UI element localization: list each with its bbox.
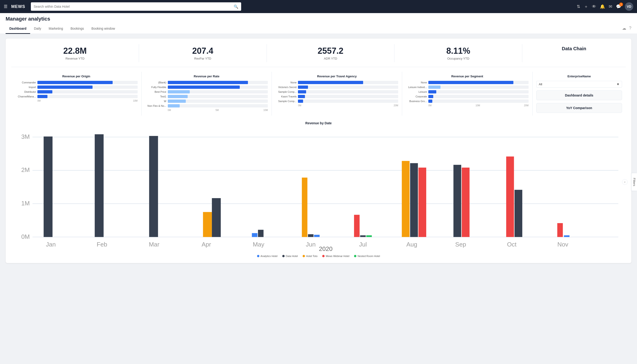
bell-icon[interactable]: 🔔 [600,4,605,9]
hbar-label: None [406,81,427,84]
hbar-track [428,100,528,103]
hbar-track [38,81,138,84]
svg-rect-16 [308,234,314,237]
svg-rect-18 [354,215,360,237]
hbar-label: Fully Flexible [145,86,166,88]
sort-icon[interactable]: ⇅ [577,4,580,9]
chart-segment: Revenue per Segment None Leisure Individ… [402,72,532,116]
dashboard-card: 22.8M Revenue YTD 207.4 RevPar YTD 2557.… [6,38,632,263]
hbar-track [428,86,528,89]
charts-row: Revenue per Origin Commander Import Dist… [11,72,626,116]
eye-icon[interactable]: 👁 [592,4,596,9]
occupancy-value: 8.11% [398,46,518,56]
search-input[interactable] [34,5,234,8]
kpi-chain: Data Chain [522,44,626,62]
filters-tab[interactable]: Filters [632,173,637,191]
revenue-label: Revenue YTD [15,57,135,60]
svg-rect-9 [95,134,104,237]
hbar-track [428,95,528,98]
revenue-value: 22.8M [15,46,135,56]
hbar-label: Import [15,86,36,88]
svg-rect-11 [212,198,221,237]
hbar-label: Sample Comp... [276,90,296,93]
hbar-rate: (Blank) Fully Flexible Best Price Test1 [145,81,268,112]
hbar-row: Sample Comp... [276,90,398,94]
svg-text:Sep: Sep [455,241,466,248]
hbar-track [298,95,398,98]
hbar-label: Non Flex & No... [145,104,166,107]
hbar-row: Victoria's Secret [276,86,398,89]
revpar-label: RevPar YTD [143,57,263,60]
svg-text:3M: 3M [21,133,30,140]
legend-label-toto: Hotel Toto [306,255,318,258]
hbar-track [298,100,398,103]
search-bar[interactable]: 🔍 [31,2,241,11]
legend-label-nested: Nested Room Hotel [358,255,380,258]
hbar-label: None [276,81,296,84]
hbar-row: Sample Comp... [276,100,398,103]
tab-daily[interactable]: Daily [30,25,45,34]
hbar-axis: 0M5M10M [145,109,268,112]
legend-nested-hotel: Nested Room Hotel [354,255,380,258]
search-icon: 🔍 [234,4,238,9]
hbar-row: Best Price [145,90,268,94]
adr-label: ADR YTD [270,57,391,60]
legend-dot-nested [354,255,356,257]
hbar-segment: None Leisure Individ... Leisure Corporat… [406,81,528,107]
mail-icon[interactable]: ✉ [609,4,612,9]
hbar-agency: None Victoria's Secret Sample Comp... Ka… [276,81,398,107]
top-navigation: ☰ MEWS 🔍 ⇅ ＋ 👁 🔔 ✉ 💬 2 VD [0,0,637,13]
hbar-track [168,95,268,98]
svg-rect-24 [453,165,461,237]
tab-marketing[interactable]: Marketing [45,25,66,34]
revenue-by-date: Revenue by Date 3M 2M 1M 0M [11,121,626,258]
yoy-comparison-button[interactable]: YoY Comparison [536,103,622,113]
svg-rect-22 [410,163,418,237]
hbar-row: Leisure [406,90,528,94]
hbar-label: Sample Comp... [276,100,296,102]
revenue-title: Revenue by Date [13,121,624,125]
tab-dashboard[interactable]: Dashboard [6,25,30,34]
hbar-track [428,90,528,94]
hbar-track [168,90,268,94]
hbar-row: W [145,100,268,103]
revpar-value: 207.4 [143,46,263,56]
svg-text:2020: 2020 [319,245,332,251]
hbar-row: Non Flex & No... [145,104,268,108]
notification-icon[interactable]: 💬 2 [616,4,621,9]
hbar-row: Fully Flexible [145,86,268,89]
tab-bookings[interactable]: Bookings [67,25,88,34]
legend-label-analytics: Analytics Hotel [260,255,278,258]
legend-data-hotel: Data Hotel [282,255,298,258]
dropdown-value: All [539,82,542,86]
enterprise-title: EnterpriseName [536,74,622,78]
help-icon[interactable]: ? [629,26,632,31]
hbar-origin: Commander Import Distributor ChannelMana… [15,81,138,102]
svg-rect-27 [514,190,522,237]
hbar-label: Leisure [406,90,427,93]
svg-rect-29 [564,235,570,237]
hbar-row: Commander [15,81,138,84]
svg-text:Jan: Jan [46,241,56,248]
cloud-icon[interactable]: ☁ [622,26,626,31]
svg-rect-26 [506,156,514,237]
hbar-label: Best Price [145,90,166,93]
collapse-arrow[interactable]: ‹ [622,179,628,185]
legend-webinar-hotel: Mews Webinar Hotel [322,255,349,258]
kpi-occupancy: 8.11% Occupancy YTD [394,44,522,62]
svg-rect-15 [302,178,308,237]
chart-revenue-origin: Revenue per Origin Commander Import Dist… [11,72,142,116]
svg-rect-21 [402,161,410,237]
enterprise-dropdown[interactable]: All ▼ [536,81,622,88]
chart-revenue-rate: Revenue per Rate (Blank) Fully Flexible … [142,72,272,116]
tab-booking-window[interactable]: Booking window [88,25,119,34]
hbar-label: Victoria's Secret [276,86,296,88]
hbar-track [428,81,528,84]
hbar-track [38,95,138,98]
kpi-adr: 2557.2 ADR YTD [267,44,395,62]
avatar[interactable]: VD [625,2,633,11]
menu-icon[interactable]: ☰ [4,4,8,9]
hbar-axis: 0M10M [15,100,138,102]
add-icon[interactable]: ＋ [584,4,588,9]
dashboard-details-button[interactable]: Dashboard details [536,90,622,100]
